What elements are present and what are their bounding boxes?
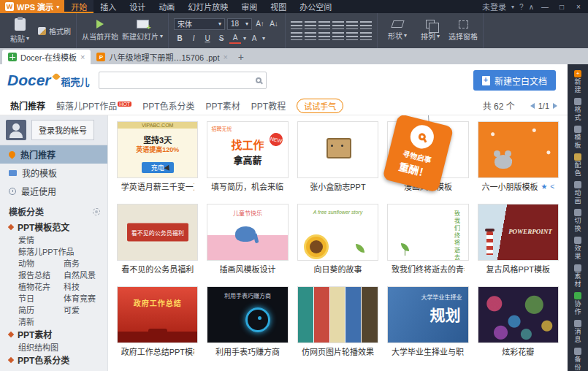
template-thumbnail[interactable]: 招聘无忧找工作拿高薪NEW (207, 121, 288, 178)
text-direction-icon[interactable] (346, 21, 358, 29)
document-tab[interactable]: P八年级地理下册期…15706 .ppt× (91, 50, 233, 64)
template-card[interactable]: 利用手表巧赚方商利用手表巧赚方商 (207, 286, 288, 357)
numbering-icon[interactable] (305, 21, 316, 29)
font-color-button[interactable]: A (229, 33, 241, 44)
category-tab-2[interactable]: PPT色系分类 (142, 99, 194, 112)
template-card[interactable]: 六一小朋版模板★< (478, 121, 559, 192)
menu-tab-2[interactable]: 设计 (123, 0, 152, 13)
menu-tab-4[interactable]: 幻灯片放映 (181, 0, 234, 13)
sidebar-item-2[interactable]: 最近使用 (0, 182, 107, 200)
menu-tab-3[interactable]: 动画 (152, 0, 181, 13)
prev-page-icon[interactable] (530, 103, 535, 109)
maximize-button[interactable]: □ (556, 3, 568, 11)
document-tab[interactable]: Docer-在线模板× (2, 50, 91, 64)
rail-item-动画[interactable]: 动画 (574, 181, 581, 204)
template-thumbnail[interactable]: 看不见的公务员福利 (117, 204, 198, 261)
search-input[interactable] (104, 75, 251, 85)
tree-node-2[interactable]: PPT色系分类 (0, 353, 107, 367)
template-card[interactable]: 儿童节快乐插画风模板设计 (207, 204, 288, 275)
rail-item-配色[interactable]: 配色 (574, 153, 581, 177)
template-thumbnail[interactable]: A free sunflower story (297, 204, 378, 261)
template-card[interactable]: 致我们终将逝去的青春致我们终将逝去的青春 (387, 204, 468, 275)
tree-node-0[interactable]: PPT模板范文 (0, 220, 107, 234)
template-card[interactable]: 看不见的公务员福利看不见的公务员福利 (117, 204, 198, 275)
bold-button[interactable]: B (174, 33, 186, 44)
help-icon[interactable]: ? (519, 3, 524, 11)
sidebar-item-1[interactable]: 我的模板 (0, 164, 107, 182)
new-blank-doc-button[interactable]: 新建空白文档 (473, 70, 556, 91)
rail-item-素材[interactable]: 素材 (574, 264, 581, 288)
tree-child[interactable]: 简历 (18, 304, 64, 315)
tree-child[interactable]: 报告总结 (18, 269, 64, 280)
template-card[interactable]: 仿网页图片轮播效果 (297, 286, 378, 357)
login-status[interactable]: 未登录 (482, 1, 506, 12)
template-thumbnail[interactable] (297, 286, 378, 343)
close-tab-icon[interactable]: × (223, 53, 227, 61)
tree-child[interactable]: 清新 (18, 315, 64, 327)
template-card[interactable]: 张小盒励志PPT (297, 121, 378, 192)
tree-child[interactable]: 组织结构图 (18, 341, 64, 353)
strikethrough-button[interactable]: S (215, 33, 227, 44)
rail-item-效果[interactable]: 效果 (574, 237, 581, 260)
play-from-current-button[interactable]: 从当前开始 (82, 15, 118, 46)
justify-icon[interactable] (332, 32, 344, 40)
category-tab-3[interactable]: PPT素材 (205, 99, 240, 112)
rail-item-格式[interactable]: 格式 (574, 98, 581, 121)
rail-item-切换[interactable]: 切换 (574, 209, 581, 232)
font-name-select[interactable]: 宋体▾ (174, 18, 225, 30)
next-page-icon[interactable] (553, 103, 557, 109)
template-card[interactable]: POWERPOINT复古风格PPT模板 (478, 204, 559, 275)
distribute-icon[interactable] (346, 32, 358, 40)
tree-node-1[interactable]: PPT素材 (0, 327, 107, 341)
template-card[interactable]: VIPABC.COM坚持3天英语提高120%充电学英语月薪三千变一万 (117, 121, 198, 192)
italic-button[interactable]: I (188, 33, 199, 44)
rail-item-备份[interactable]: 备份 (574, 348, 581, 371)
minimize-button[interactable]: — (539, 3, 551, 11)
template-thumbnail[interactable]: 大学毕业生择业规划 (387, 286, 468, 343)
columns-icon[interactable] (360, 32, 372, 40)
wps-menu-button[interactable]: W WPS 演示 ▾ (0, 0, 64, 13)
rail-item-模板[interactable]: 模板 (574, 126, 581, 149)
template-thumbnail[interactable] (478, 286, 559, 343)
shapes-button[interactable]: 形状▾ (383, 15, 412, 46)
increase-indent-icon[interactable] (332, 21, 344, 29)
sidebar-item-0[interactable]: 热门推荐 (0, 145, 107, 164)
menu-tab-5[interactable]: 审阅 (234, 0, 264, 13)
template-card[interactable]: 大学毕业生择业规划大学毕业生择业与职… (387, 286, 468, 357)
tree-child[interactable]: 爱情 (18, 234, 64, 245)
underline-button[interactable]: U (202, 33, 213, 44)
chevron-down-icon[interactable]: ▾ (511, 4, 514, 10)
menu-tab-7[interactable]: 办公空间 (293, 0, 338, 13)
template-thumbnail[interactable]: 政府工作总结 (117, 286, 198, 343)
template-thumbnail[interactable]: 儿童节快乐 (207, 204, 288, 261)
template-card[interactable]: 政府工作总结政府工作总结PPT模板 (117, 286, 198, 357)
format-painter-button[interactable]: 格式刷 (38, 26, 71, 37)
align-right-icon[interactable] (318, 32, 330, 40)
template-card[interactable]: 炫彩花瓣 (478, 286, 559, 357)
search-icon[interactable] (256, 77, 261, 83)
tree-child[interactable]: 自然风景 (64, 269, 107, 280)
category-tab-1[interactable]: 鲸落儿PPT作品HOT (56, 99, 131, 112)
tree-child[interactable]: 动物 (18, 257, 64, 269)
font-size-select[interactable]: 18▾ (227, 18, 252, 30)
collapse-ribbon-icon[interactable]: ∧ (529, 3, 534, 11)
tree-child[interactable]: 科技 (64, 280, 107, 292)
highlight-color-button[interactable]: A (248, 33, 260, 44)
tree-child[interactable]: 可爱 (64, 304, 107, 315)
tree-child[interactable]: 鲸落儿PPT作品 (18, 245, 74, 257)
menu-tab-0[interactable]: 开始 (64, 0, 93, 13)
decrease-indent-icon[interactable] (318, 21, 330, 29)
category-tab-0[interactable]: 热门推荐 (10, 99, 45, 112)
new-slide-button[interactable]: 新建幻灯片▾ (122, 15, 163, 46)
close-button[interactable]: × (573, 3, 584, 11)
template-thumbnail[interactable]: 利用手表巧赚方商 (207, 286, 288, 343)
gear-icon[interactable] (93, 208, 100, 215)
template-thumbnail[interactable]: VIPABC.COM坚持3天英语提高120%充电 (117, 121, 198, 178)
template-card[interactable]: 招聘无忧找工作拿高薪NEW填写简历，机会来临了 (207, 121, 288, 192)
shrink-font-button[interactable]: A↓ (268, 18, 280, 29)
chevron-down-icon[interactable]: ▾ (262, 35, 265, 42)
rail-item-新建[interactable]: +新建 (574, 70, 581, 93)
menu-tab-1[interactable]: 插入 (93, 0, 123, 13)
lucky-button[interactable]: 试试手气 (297, 99, 343, 113)
arrange-button[interactable]: 排列▾ (416, 15, 445, 46)
